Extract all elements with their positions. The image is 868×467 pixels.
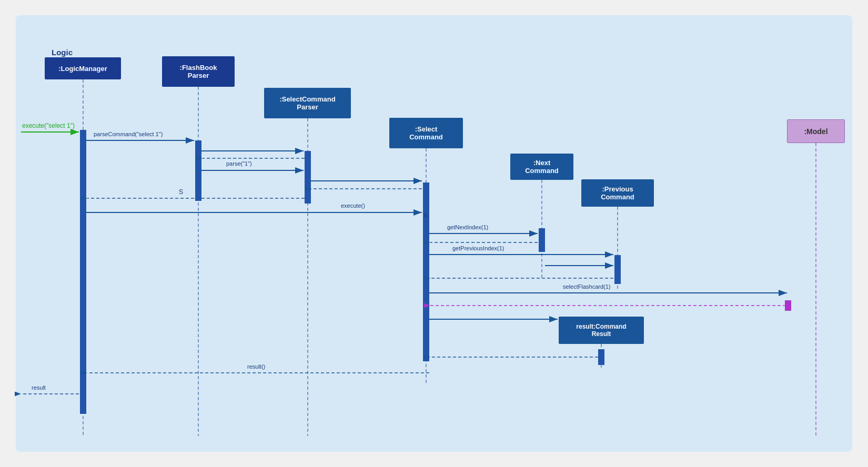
svg-text:X: X [423,212,428,218]
svg-rect-13 [80,130,86,388]
svg-rect-15 [305,151,311,204]
logic-section-label: Logic [52,48,73,57]
svg-text:selectFlashcard(1): selectFlashcard(1) [563,283,610,290]
svg-text:execute("select 1"): execute("select 1") [22,122,75,129]
diagram-container: Logic :LogicManager :FlashBookParser :Se… [16,15,852,452]
svg-rect-14 [195,140,201,201]
actor-logic-manager: :LogicManager [45,57,121,79]
svg-rect-46 [785,300,791,311]
svg-text:result(): result() [247,363,265,370]
actor-previous-command: :PreviousCommand [581,179,654,207]
actor-command-result: result:CommandResult [559,317,644,344]
svg-text:getPreviousIndex(1): getPreviousIndex(1) [452,245,504,251]
svg-text:parse("1"): parse("1") [226,160,252,167]
svg-text:execute(): execute() [341,202,365,209]
svg-rect-18 [614,255,621,284]
actor-model: :Model [787,119,845,143]
arrows-svg: execute("select 1") parseCommand("select… [16,15,852,452]
actor-next-command: :NextCommand [510,154,573,180]
svg-rect-19 [80,388,86,414]
svg-text:S: S [179,188,183,196]
actor-select-command: :SelectCommand [389,118,463,148]
svg-rect-20 [598,349,604,365]
svg-rect-17 [539,228,545,252]
actor-flashbook-parser: :FlashBookParser [162,56,235,87]
svg-rect-16 [423,182,429,361]
svg-text:getNextIndex(1): getNextIndex(1) [447,224,488,230]
svg-text:result: result [32,384,46,391]
svg-text:parseCommand("select 1"): parseCommand("select 1") [94,131,163,137]
actor-select-command-parser: :SelectCommandParser [264,88,351,118]
